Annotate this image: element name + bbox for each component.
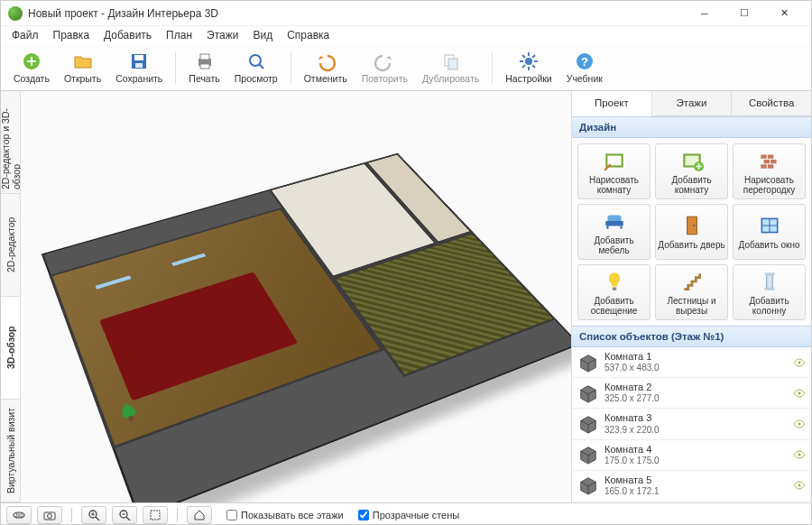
- visibility-toggle-icon[interactable]: [793, 448, 806, 461]
- tutorial-icon: ?: [574, 51, 595, 72]
- objects-header: Список объектов (Этаж №1): [572, 326, 811, 347]
- toolbar-preview-button[interactable]: Просмотр: [227, 49, 285, 86]
- svg-point-45: [798, 391, 801, 394]
- fit-view-button[interactable]: [143, 506, 168, 524]
- toolbar-print-button[interactable]: Печать: [181, 49, 226, 86]
- left-tab[interactable]: 2D-редактор: [1, 194, 20, 297]
- svg-point-53: [48, 513, 52, 518]
- toolbar-duplicate-button: Дублировать: [415, 49, 486, 86]
- add-lighting-icon: [603, 270, 626, 293]
- add-furniture-icon: [603, 209, 626, 233]
- design-header: Дизайн: [572, 116, 811, 138]
- tool-stairs-cutouts[interactable]: Лестницы и вырезы: [655, 264, 728, 320]
- rotate-360-button[interactable]: 360: [6, 506, 32, 524]
- svg-line-55: [96, 517, 99, 520]
- svg-text:?: ?: [581, 55, 588, 69]
- toolbar-create-button[interactable]: Создать: [6, 49, 57, 86]
- menu-файл[interactable]: Файл: [5, 27, 46, 43]
- tool-add-furniture[interactable]: Добавить мебель: [577, 204, 651, 260]
- svg-line-59: [126, 517, 130, 520]
- menu-справка[interactable]: Справка: [280, 27, 337, 43]
- print-icon: [194, 51, 216, 72]
- svg-rect-27: [767, 154, 773, 158]
- add-column-icon: [758, 270, 781, 293]
- svg-line-8: [259, 64, 263, 69]
- menu-план[interactable]: План: [159, 27, 199, 43]
- close-button[interactable]: ✕: [764, 1, 804, 26]
- show-all-floors-checkbox[interactable]: Показывать все этажи: [226, 510, 344, 520]
- svg-point-44: [798, 361, 801, 364]
- svg-rect-10: [448, 59, 457, 69]
- object-list-item[interactable]: Диван еврокнижка: [572, 502, 811, 502]
- camera-button[interactable]: [37, 506, 62, 524]
- menu-вид[interactable]: Вид: [245, 27, 280, 43]
- zoom-out-button[interactable]: [112, 506, 137, 524]
- toolbar-undo-button[interactable]: Отменить: [297, 49, 355, 86]
- toolbar-tutorial-button[interactable]: ?Учебник: [559, 49, 610, 86]
- svg-line-19: [532, 55, 535, 58]
- toolbar-settings-button[interactable]: Настройки: [498, 49, 559, 86]
- tool-add-column[interactable]: Добавить колонну: [733, 264, 806, 320]
- left-tabs: 2D-редактор и 3D-обзор2D-редактор3D-обзо…: [1, 91, 21, 502]
- statusbar: 360 Показывать все этажи Прозрачные стен…: [1, 502, 811, 525]
- svg-rect-30: [761, 164, 767, 168]
- svg-rect-28: [763, 159, 770, 162]
- svg-rect-3: [135, 63, 143, 68]
- viewport-3d[interactable]: [21, 91, 571, 502]
- object-list-item[interactable]: Комната 4175.0 x 175.0: [572, 440, 811, 471]
- svg-rect-2: [134, 55, 143, 60]
- home-view-button[interactable]: [187, 506, 212, 524]
- object-list-item[interactable]: Комната 2325.0 x 277.0: [572, 378, 811, 409]
- left-tab[interactable]: 2D-редактор и 3D-обзор: [1, 91, 20, 194]
- svg-rect-40: [612, 287, 615, 290]
- tool-add-window[interactable]: Добавить окно: [733, 204, 806, 260]
- tool-draw-partition[interactable]: Нарисовать перегородку: [733, 143, 806, 199]
- panel-tabs: ПроектЭтажиСвойства: [572, 91, 811, 116]
- tool-draw-room[interactable]: Нарисовать комнату: [577, 143, 651, 199]
- room-icon: [577, 444, 599, 465]
- visibility-toggle-icon[interactable]: [793, 387, 806, 400]
- app-icon: [8, 6, 23, 21]
- maximize-button[interactable]: ☐: [724, 1, 764, 26]
- object-list-item[interactable]: Комната 3323.9 x 220.0: [572, 409, 811, 439]
- draw-room-icon: [603, 149, 626, 172]
- menu-этажи[interactable]: Этажи: [199, 27, 245, 43]
- svg-rect-61: [151, 511, 160, 520]
- object-list-item[interactable]: Комната 5165.0 x 172.1: [572, 471, 811, 502]
- toolbar-open-button[interactable]: Открыть: [57, 49, 108, 86]
- visibility-toggle-icon[interactable]: [793, 479, 806, 492]
- tool-add-door[interactable]: Добавить дверь: [655, 204, 728, 260]
- room-icon: [577, 413, 599, 435]
- svg-rect-33: [606, 226, 608, 228]
- room-icon: [577, 382, 599, 404]
- panel-tab[interactable]: Свойства: [732, 91, 811, 115]
- tool-add-lighting[interactable]: Добавить освещение: [577, 264, 651, 320]
- transparent-walls-checkbox[interactable]: Прозрачные стены: [358, 510, 459, 520]
- svg-rect-35: [687, 216, 697, 235]
- menu-правка[interactable]: Правка: [46, 27, 97, 43]
- add-room-icon: [680, 149, 704, 172]
- panel-tab[interactable]: Проект: [572, 91, 652, 116]
- object-list-item[interactable]: Комната 1537.0 x 483.0: [572, 347, 811, 378]
- svg-rect-42: [764, 272, 774, 275]
- toolbar-save-button[interactable]: Сохранить: [108, 49, 170, 86]
- menu-добавить[interactable]: Добавить: [97, 27, 159, 43]
- tool-add-room[interactable]: Добавить комнату: [655, 143, 728, 199]
- panel-tab[interactable]: Этажи: [652, 91, 733, 115]
- menubar: ФайлПравкаДобавитьПланЭтажиВидСправка: [1, 26, 811, 44]
- left-tab[interactable]: Виртуальный визит: [1, 400, 20, 502]
- svg-rect-26: [761, 154, 767, 158]
- svg-rect-5: [200, 54, 209, 60]
- visibility-toggle-icon[interactable]: [793, 356, 806, 369]
- visibility-toggle-icon[interactable]: [793, 418, 806, 430]
- left-tab[interactable]: 3D-обзор: [1, 297, 20, 400]
- svg-line-17: [532, 65, 535, 68]
- main-area: 2D-редактор и 3D-обзор2D-редактор3D-обзо…: [1, 91, 811, 502]
- toolbar-redo-button: Повторить: [355, 49, 415, 86]
- toolbar: СоздатьОткрытьСохранитьПечатьПросмотрОтм…: [1, 44, 811, 91]
- zoom-in-button[interactable]: [81, 506, 106, 524]
- svg-rect-32: [605, 221, 623, 226]
- svg-rect-29: [770, 159, 777, 162]
- add-window-icon: [758, 214, 781, 237]
- minimize-button[interactable]: ─: [685, 1, 724, 26]
